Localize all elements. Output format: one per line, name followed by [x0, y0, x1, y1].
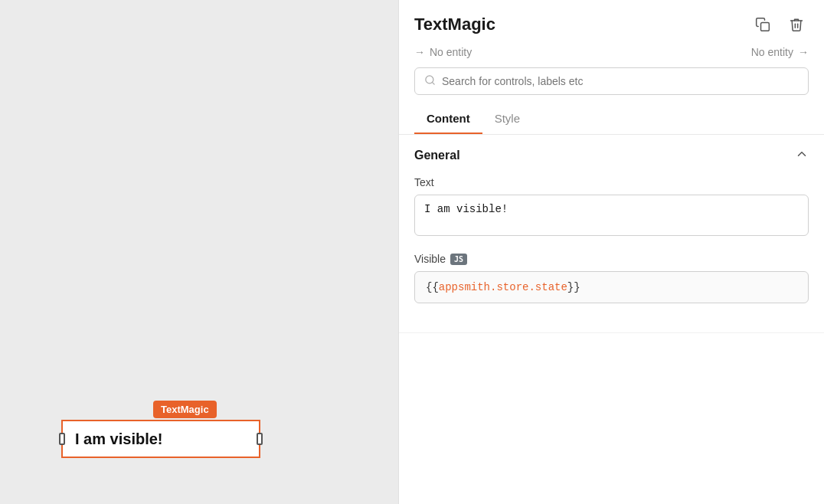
arrow-right-icon: →	[798, 46, 809, 58]
js-badge: JS	[450, 254, 467, 265]
section-header-general[interactable]: General	[399, 135, 824, 176]
visible-code-display[interactable]: {{appsmith.store.state}}	[414, 271, 809, 303]
svg-line-2	[432, 82, 434, 84]
text-field-label: Text	[414, 176, 809, 188]
chevron-up-icon	[795, 147, 809, 164]
svg-rect-0	[761, 23, 770, 31]
entity-row: → No entity No entity →	[414, 46, 809, 58]
tabs-row: Content Style	[414, 104, 809, 134]
entity-left-label: No entity	[430, 46, 472, 58]
code-prefix: {{	[426, 281, 439, 293]
visible-field-label: Visible	[414, 253, 446, 265]
tab-content[interactable]: Content	[414, 104, 482, 134]
entity-left[interactable]: → No entity	[414, 46, 472, 58]
section-title-general: General	[414, 149, 460, 162]
widget-container: TextMagic I am visible!	[61, 401, 260, 458]
search-input[interactable]	[442, 75, 799, 87]
text-field-input[interactable]: I am visible!	[414, 195, 809, 236]
copy-button[interactable]	[750, 12, 775, 37]
search-icon	[424, 74, 436, 88]
general-section: General Text I am visible! Visible JS {{…	[399, 135, 824, 333]
entity-right-label: No entity	[751, 46, 793, 58]
code-suffix: }}	[567, 281, 580, 293]
entity-right[interactable]: No entity →	[751, 46, 809, 58]
widget-text: I am visible!	[75, 430, 163, 448]
visible-field-label-row: Visible JS	[414, 253, 809, 265]
panel-icons	[750, 12, 809, 37]
panel-title-row: TextMagic	[414, 12, 809, 37]
right-panel: TextMagic	[398, 0, 824, 504]
resize-handle-left[interactable]	[59, 433, 65, 445]
panel-title: TextMagic	[414, 15, 495, 34]
search-bar	[414, 67, 809, 95]
panel-header: TextMagic	[399, 0, 824, 135]
panel-content: General Text I am visible! Visible JS {{…	[399, 135, 824, 504]
widget-box[interactable]: I am visible!	[61, 420, 260, 458]
arrow-left-icon: →	[414, 46, 425, 58]
resize-handle-right[interactable]	[257, 433, 263, 445]
widget-label[interactable]: TextMagic	[153, 401, 217, 418]
delete-button[interactable]	[784, 12, 809, 37]
tab-style[interactable]: Style	[482, 104, 532, 134]
canvas-area: TextMagic I am visible!	[0, 0, 398, 504]
section-body-general: Text I am visible! Visible JS {{appsmith…	[399, 176, 824, 332]
code-value: appsmith.store.state	[439, 281, 567, 293]
